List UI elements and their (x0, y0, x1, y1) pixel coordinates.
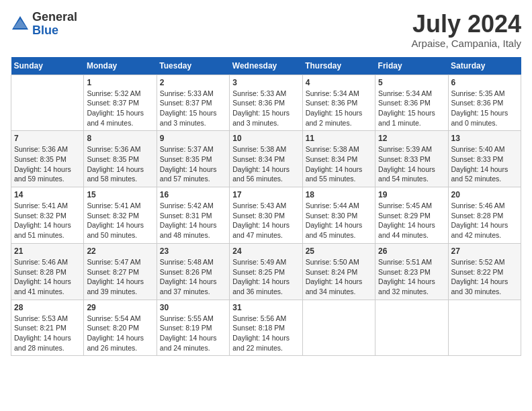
day-cell: 28 Sunrise: 5:53 AMSunset: 8:21 PMDaylig… (11, 300, 84, 356)
col-tuesday: Tuesday (157, 57, 229, 75)
day-info: Sunrise: 5:54 AMSunset: 8:20 PMDaylight:… (87, 314, 153, 353)
header-row: Sunday Monday Tuesday Wednesday Thursday… (11, 57, 521, 75)
day-info: Sunrise: 5:46 AMSunset: 8:28 PMDaylight:… (451, 201, 518, 240)
day-number: 10 (232, 134, 299, 143)
day-cell: 21 Sunrise: 5:46 AMSunset: 8:28 PMDaylig… (11, 243, 84, 300)
day-cell: 11 Sunrise: 5:38 AMSunset: 8:34 PMDaylig… (302, 131, 375, 187)
logo-text: General Blue (32, 11, 77, 38)
day-info: Sunrise: 5:46 AMSunset: 8:28 PMDaylight:… (14, 257, 81, 297)
col-friday: Friday (375, 57, 448, 75)
day-info: Sunrise: 5:51 AMSunset: 8:23 PMDaylight:… (378, 257, 445, 297)
logo-general: General (32, 10, 77, 24)
day-cell: 6 Sunrise: 5:35 AMSunset: 8:36 PMDayligh… (448, 75, 521, 131)
day-info: Sunrise: 5:41 AMSunset: 8:32 PMDaylight:… (14, 201, 81, 240)
day-info: Sunrise: 5:44 AMSunset: 8:30 PMDaylight:… (306, 201, 372, 240)
day-cell: 25 Sunrise: 5:50 AMSunset: 8:24 PMDaylig… (302, 243, 375, 300)
day-info: Sunrise: 5:38 AMSunset: 8:34 PMDaylight:… (306, 144, 372, 184)
day-number: 7 (14, 134, 81, 143)
title-block: July 2024 Arpaise, Campania, Italy (412, 11, 521, 49)
location-subtitle: Arpaise, Campania, Italy (412, 38, 521, 49)
day-info: Sunrise: 5:41 AMSunset: 8:32 PMDaylight:… (87, 201, 153, 240)
day-number: 6 (451, 78, 518, 87)
col-monday: Monday (84, 57, 157, 75)
day-info: Sunrise: 5:48 AMSunset: 8:26 PMDaylight:… (160, 257, 226, 297)
day-info: Sunrise: 5:36 AMSunset: 8:35 PMDaylight:… (14, 144, 81, 184)
day-cell: 7 Sunrise: 5:36 AMSunset: 8:35 PMDayligh… (11, 131, 84, 187)
day-info: Sunrise: 5:36 AMSunset: 8:35 PMDaylight:… (87, 144, 153, 184)
day-info: Sunrise: 5:43 AMSunset: 8:30 PMDaylight:… (232, 201, 299, 240)
week-row-3: 14 Sunrise: 5:41 AMSunset: 8:32 PMDaylig… (11, 187, 521, 244)
week-row-4: 21 Sunrise: 5:46 AMSunset: 8:28 PMDaylig… (11, 243, 521, 300)
svg-marker-1 (13, 19, 27, 28)
day-info: Sunrise: 5:39 AMSunset: 8:33 PMDaylight:… (378, 144, 445, 184)
day-number: 27 (451, 246, 518, 256)
day-cell: 31 Sunrise: 5:56 AMSunset: 8:18 PMDaylig… (230, 300, 302, 356)
day-number: 11 (306, 134, 372, 143)
day-cell: 9 Sunrise: 5:37 AMSunset: 8:35 PMDayligh… (157, 131, 229, 187)
col-sunday: Sunday (11, 57, 84, 75)
col-wednesday: Wednesday (230, 57, 302, 75)
day-cell: 13 Sunrise: 5:40 AMSunset: 8:33 PMDaylig… (448, 131, 521, 187)
day-cell (302, 300, 375, 356)
day-number: 8 (87, 134, 153, 143)
day-number: 29 (87, 303, 153, 312)
day-cell: 26 Sunrise: 5:51 AMSunset: 8:23 PMDaylig… (375, 243, 448, 300)
day-number: 16 (160, 190, 226, 199)
day-info: Sunrise: 5:40 AMSunset: 8:33 PMDaylight:… (451, 144, 518, 184)
day-number: 24 (232, 246, 299, 256)
day-info: Sunrise: 5:32 AMSunset: 8:37 PMDaylight:… (87, 89, 153, 128)
logo-icon (11, 15, 30, 34)
day-cell: 16 Sunrise: 5:42 AMSunset: 8:31 PMDaylig… (157, 187, 229, 244)
day-cell: 20 Sunrise: 5:46 AMSunset: 8:28 PMDaylig… (448, 187, 521, 244)
day-number: 4 (306, 78, 372, 87)
day-info: Sunrise: 5:42 AMSunset: 8:31 PMDaylight:… (160, 201, 226, 240)
day-number: 5 (378, 78, 445, 87)
day-number: 15 (87, 190, 153, 199)
day-cell: 3 Sunrise: 5:33 AMSunset: 8:36 PMDayligh… (230, 75, 302, 131)
day-cell: 12 Sunrise: 5:39 AMSunset: 8:33 PMDaylig… (375, 131, 448, 187)
day-info: Sunrise: 5:53 AMSunset: 8:21 PMDaylight:… (14, 314, 81, 353)
day-info: Sunrise: 5:37 AMSunset: 8:35 PMDaylight:… (160, 144, 226, 184)
day-cell: 14 Sunrise: 5:41 AMSunset: 8:32 PMDaylig… (11, 187, 84, 244)
day-cell: 17 Sunrise: 5:43 AMSunset: 8:30 PMDaylig… (230, 187, 302, 244)
page-header: General Blue July 2024 Arpaise, Campania… (11, 11, 521, 49)
day-number: 14 (14, 190, 81, 199)
col-saturday: Saturday (448, 57, 521, 75)
logo-blue: Blue (32, 24, 58, 37)
day-info: Sunrise: 5:45 AMSunset: 8:29 PMDaylight:… (378, 201, 445, 240)
day-cell: 24 Sunrise: 5:49 AMSunset: 8:25 PMDaylig… (230, 243, 302, 300)
day-cell: 30 Sunrise: 5:55 AMSunset: 8:19 PMDaylig… (157, 300, 229, 356)
day-info: Sunrise: 5:35 AMSunset: 8:36 PMDaylight:… (451, 89, 518, 128)
day-info: Sunrise: 5:34 AMSunset: 8:36 PMDaylight:… (306, 89, 372, 128)
day-info: Sunrise: 5:38 AMSunset: 8:34 PMDaylight:… (232, 144, 299, 184)
day-number: 3 (232, 78, 299, 87)
day-number: 20 (451, 190, 518, 199)
day-number: 31 (232, 303, 299, 312)
day-cell: 2 Sunrise: 5:33 AMSunset: 8:37 PMDayligh… (157, 75, 229, 131)
day-cell: 27 Sunrise: 5:52 AMSunset: 8:22 PMDaylig… (448, 243, 521, 300)
week-row-2: 7 Sunrise: 5:36 AMSunset: 8:35 PMDayligh… (11, 131, 521, 187)
day-info: Sunrise: 5:33 AMSunset: 8:36 PMDaylight:… (232, 89, 299, 128)
day-number: 26 (378, 246, 445, 256)
logo: General Blue (11, 11, 77, 38)
day-number: 19 (378, 190, 445, 199)
day-number: 12 (378, 134, 445, 143)
day-cell: 29 Sunrise: 5:54 AMSunset: 8:20 PMDaylig… (84, 300, 157, 356)
day-info: Sunrise: 5:47 AMSunset: 8:27 PMDaylight:… (87, 257, 153, 297)
day-info: Sunrise: 5:55 AMSunset: 8:19 PMDaylight:… (160, 314, 226, 353)
day-cell: 1 Sunrise: 5:32 AMSunset: 8:37 PMDayligh… (84, 75, 157, 131)
day-number: 1 (87, 78, 153, 87)
day-cell: 19 Sunrise: 5:45 AMSunset: 8:29 PMDaylig… (375, 187, 448, 244)
day-info: Sunrise: 5:50 AMSunset: 8:24 PMDaylight:… (306, 257, 372, 297)
day-info: Sunrise: 5:34 AMSunset: 8:36 PMDaylight:… (378, 89, 445, 128)
calendar-table: Sunday Monday Tuesday Wednesday Thursday… (11, 57, 521, 357)
day-cell: 23 Sunrise: 5:48 AMSunset: 8:26 PMDaylig… (157, 243, 229, 300)
day-cell: 8 Sunrise: 5:36 AMSunset: 8:35 PMDayligh… (84, 131, 157, 187)
col-thursday: Thursday (302, 57, 375, 75)
day-cell: 22 Sunrise: 5:47 AMSunset: 8:27 PMDaylig… (84, 243, 157, 300)
day-cell (375, 300, 448, 356)
day-cell: 10 Sunrise: 5:38 AMSunset: 8:34 PMDaylig… (230, 131, 302, 187)
day-cell: 4 Sunrise: 5:34 AMSunset: 8:36 PMDayligh… (302, 75, 375, 131)
day-number: 17 (232, 190, 299, 199)
day-info: Sunrise: 5:49 AMSunset: 8:25 PMDaylight:… (232, 257, 299, 297)
